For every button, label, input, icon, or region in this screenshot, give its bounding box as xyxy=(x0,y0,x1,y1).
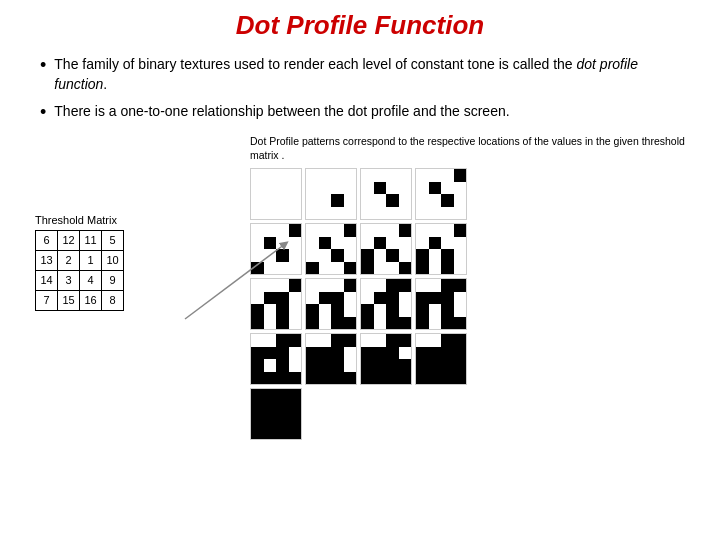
pattern-row-3 xyxy=(250,278,690,330)
matrix-cell: 13 xyxy=(36,250,58,270)
matrix-cell: 9 xyxy=(102,270,124,290)
dot-pattern-15 xyxy=(415,333,467,385)
matrix-cell: 14 xyxy=(36,270,58,290)
dot-pattern-10 xyxy=(360,278,412,330)
matrix-cell: 8 xyxy=(102,290,124,310)
matrix-cell: 10 xyxy=(102,250,124,270)
matrix-row-3: 14 3 4 9 xyxy=(36,270,124,290)
matrix-cell: 16 xyxy=(80,290,102,310)
dot-pattern-7 xyxy=(415,223,467,275)
dot-pattern-0 xyxy=(250,168,302,220)
matrix-cell: 11 xyxy=(80,230,102,250)
dot-pattern-12 xyxy=(250,333,302,385)
patterns-section: Dot Profile patterns correspond to the r… xyxy=(240,134,690,440)
dot-pattern-16 xyxy=(250,388,302,440)
dot-pattern-14 xyxy=(360,333,412,385)
matrix-cell: 4 xyxy=(80,270,102,290)
bullet-item-1: • The family of binary textures used to … xyxy=(40,55,690,94)
pattern-grid xyxy=(250,168,690,440)
matrix-cell: 5 xyxy=(102,230,124,250)
matrix-cell: 12 xyxy=(58,230,80,250)
dot-pattern-9 xyxy=(305,278,357,330)
bullet-dot-1: • xyxy=(40,55,46,77)
dot-pattern-5 xyxy=(305,223,357,275)
threshold-matrix-section: Threshold Matrix 6 12 11 5 13 2 1 10 14 … xyxy=(30,134,240,440)
caption-text: Dot Profile patterns correspond to the r… xyxy=(250,134,690,162)
matrix-cell: 1 xyxy=(80,250,102,270)
diagram-area: Threshold Matrix 6 12 11 5 13 2 1 10 14 … xyxy=(30,134,690,440)
bullet-dot-2: • xyxy=(40,102,46,124)
matrix-table: 6 12 11 5 13 2 1 10 14 3 4 9 xyxy=(35,230,124,311)
italic-term: dot profile function xyxy=(54,56,638,92)
dot-pattern-13 xyxy=(305,333,357,385)
dot-pattern-11 xyxy=(415,278,467,330)
matrix-cell: 2 xyxy=(58,250,80,270)
dot-pattern-2 xyxy=(360,168,412,220)
bullet-list: • The family of binary textures used to … xyxy=(40,55,690,124)
dot-pattern-8 xyxy=(250,278,302,330)
matrix-cell: 6 xyxy=(36,230,58,250)
pattern-row-4 xyxy=(250,333,690,385)
page-title: Dot Profile Function xyxy=(30,10,690,41)
matrix-row-4: 7 15 16 8 xyxy=(36,290,124,310)
dot-pattern-1 xyxy=(305,168,357,220)
bullet-item-2: • There is a one-to-one relationship bet… xyxy=(40,102,690,124)
pattern-row-1 xyxy=(250,168,690,220)
bullet-text-2: There is a one-to-one relationship betwe… xyxy=(54,102,509,122)
pattern-row-2 xyxy=(250,223,690,275)
matrix-cell: 15 xyxy=(58,290,80,310)
dot-pattern-3 xyxy=(415,168,467,220)
matrix-row-1: 6 12 11 5 xyxy=(36,230,124,250)
matrix-cell: 3 xyxy=(58,270,80,290)
dot-pattern-4 xyxy=(250,223,302,275)
pattern-row-5 xyxy=(250,388,690,440)
dot-pattern-6 xyxy=(360,223,412,275)
bullet-text-1: The family of binary textures used to re… xyxy=(54,55,690,94)
app-container: Dot Profile Function • The family of bin… xyxy=(0,0,720,540)
matrix-row-2: 13 2 1 10 xyxy=(36,250,124,270)
threshold-label: Threshold Matrix xyxy=(35,214,240,226)
matrix-cell: 7 xyxy=(36,290,58,310)
